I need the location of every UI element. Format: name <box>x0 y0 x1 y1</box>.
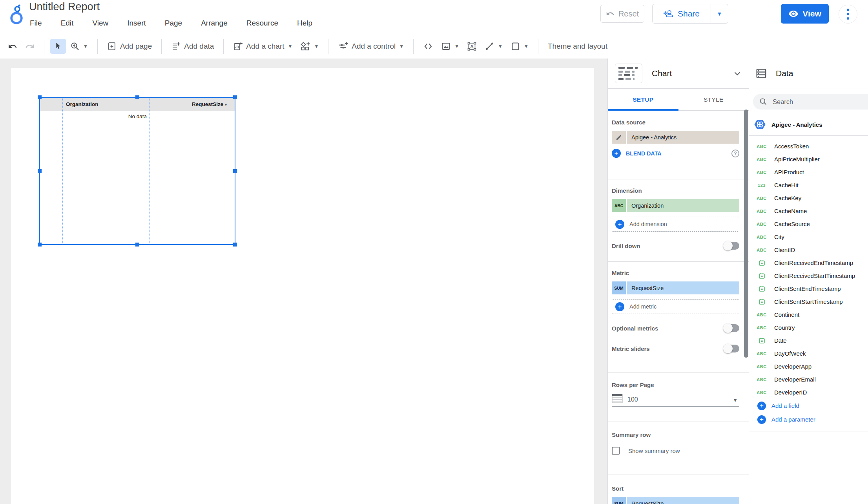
add-control-button[interactable]: Add a control ▼ <box>334 38 408 54</box>
field-row[interactable]: ABC DeveloperID <box>749 386 868 399</box>
field-row[interactable]: ABC City <box>749 230 868 243</box>
field-row[interactable]: ABC CacheName <box>749 205 868 217</box>
tab-setup[interactable]: SETUP <box>608 89 678 110</box>
reset-button[interactable]: Reset <box>600 5 644 23</box>
field-type-badge: date <box>755 285 769 292</box>
field-row[interactable]: date ClientSentEndTimestamp <box>749 282 868 295</box>
table-header-row: Organization RequestSize ▾ <box>40 98 235 111</box>
add-page-button[interactable]: Add page <box>103 39 156 54</box>
field-type-badge: 123 <box>755 183 769 188</box>
drill-down-toggle[interactable] <box>724 242 739 250</box>
add-chart-button[interactable]: Add a chart ▼ <box>229 39 296 54</box>
field-name: Continent <box>774 311 799 318</box>
chart-panel-header[interactable]: Chart <box>608 58 749 89</box>
field-row[interactable]: ABC DeveloperApp <box>749 360 868 373</box>
resize-handle-nw[interactable] <box>38 95 42 99</box>
resize-handle-e[interactable] <box>233 169 237 173</box>
sort-chip[interactable]: SUM RequestSize <box>612 497 739 504</box>
resize-handle-w[interactable] <box>38 169 42 173</box>
optional-metrics-toggle[interactable] <box>724 324 739 332</box>
add-field-button[interactable]: + Add a field <box>749 399 868 413</box>
report-title[interactable]: Untitled Report <box>29 1 100 13</box>
column-guide-line <box>62 98 63 244</box>
add-metric-button[interactable]: + Add metric <box>612 299 739 314</box>
edit-data-source-button[interactable] <box>612 131 626 144</box>
field-type-badge: ABC <box>755 325 769 330</box>
insert-shape-button[interactable]: ▼ <box>507 39 532 54</box>
zoom-tool-button[interactable]: ▼ <box>66 39 92 54</box>
pencil-icon <box>616 134 622 141</box>
resize-handle-sw[interactable] <box>38 243 42 247</box>
panel-scrollbar[interactable] <box>744 110 748 358</box>
field-row[interactable]: 123 CacheHit <box>749 179 868 192</box>
table-chart-type-icon <box>615 64 642 83</box>
field-row[interactable]: ABC Continent <box>749 308 868 321</box>
insert-line-button[interactable]: ▼ <box>481 39 507 54</box>
field-row[interactable]: date ClientReceivedStartTimestamp <box>749 269 868 282</box>
embed-icon <box>423 42 433 51</box>
theme-and-layout-button[interactable]: Theme and layout <box>544 39 611 53</box>
field-row[interactable]: ABC DeveloperEmail <box>749 373 868 386</box>
undo-button[interactable] <box>4 39 21 54</box>
field-row[interactable]: ABC Country <box>749 321 868 334</box>
field-row[interactable]: ABC CacheKey <box>749 192 868 205</box>
field-row[interactable]: date Date <box>749 334 868 347</box>
field-type-badge: ABC <box>755 170 769 175</box>
add-dimension-button[interactable]: + Add dimension <box>612 217 739 232</box>
insert-image-button[interactable]: ▼ <box>437 39 463 54</box>
report-page[interactable]: Organization RequestSize ▾ No data <box>11 68 594 504</box>
menu-item[interactable]: Arrange <box>199 17 230 29</box>
line-icon <box>485 42 494 51</box>
tab-style[interactable]: STYLE <box>678 89 749 110</box>
help-icon[interactable]: ? <box>731 150 739 157</box>
more-options-button[interactable] <box>839 5 857 24</box>
field-row[interactable]: ABC ApiPriceMultiplier <box>749 153 868 166</box>
insert-text-button[interactable]: A <box>463 39 481 54</box>
table-dimension-header[interactable]: Organization <box>62 101 149 107</box>
redo-button[interactable] <box>21 39 38 54</box>
resize-handle-n[interactable] <box>135 95 139 99</box>
show-summary-row-checkbox[interactable] <box>612 447 620 455</box>
menu-item[interactable]: Help <box>295 17 315 29</box>
resize-handle-ne[interactable] <box>233 95 237 99</box>
field-row[interactable]: date ClientSentStartTimestamp <box>749 295 868 308</box>
search-input[interactable]: Search <box>753 94 868 110</box>
data-source-row[interactable]: Apigee - Analytics <box>749 115 868 135</box>
share-options-caret[interactable]: ▼ <box>711 4 728 24</box>
field-row[interactable]: ABC APIProduct <box>749 166 868 179</box>
view-button[interactable]: View <box>781 4 829 24</box>
field-row[interactable]: date ClientReceivedEndTimestamp <box>749 256 868 269</box>
rows-per-page-select[interactable]: 100 ▼ <box>612 394 739 407</box>
menu-item[interactable]: View <box>90 17 111 29</box>
add-parameter-button[interactable]: + Add a parameter <box>749 413 868 426</box>
canvas-workspace[interactable]: Organization RequestSize ▾ No data <box>0 58 607 504</box>
select-tool-button[interactable] <box>50 39 66 54</box>
field-type-badge: ABC <box>755 364 769 369</box>
menu-item[interactable]: Edit <box>58 17 76 29</box>
field-row[interactable]: ABC ClientID <box>749 243 868 256</box>
add-data-button[interactable]: Add data <box>167 39 218 54</box>
menu-item[interactable]: File <box>27 17 44 29</box>
table-chart[interactable]: Organization RequestSize ▾ No data <box>39 97 235 245</box>
resize-handle-s[interactable] <box>135 243 139 247</box>
field-row[interactable]: ABC DayOfWeek <box>749 347 868 360</box>
zoom-icon <box>70 42 80 51</box>
community-visualizations-button[interactable]: ▼ <box>296 38 323 54</box>
metric-sliders-toggle[interactable] <box>724 345 739 352</box>
chevron-down-icon[interactable] <box>733 69 742 78</box>
data-source-chip[interactable]: Apigee - Analytics <box>612 131 739 144</box>
menu-item[interactable]: Resource <box>244 17 281 29</box>
resize-handle-se[interactable] <box>233 243 237 247</box>
share-button[interactable]: Share <box>652 4 711 24</box>
field-row[interactable]: ABC AccessToken <box>749 140 868 153</box>
add-control-icon <box>338 41 348 51</box>
menu-item[interactable]: Page <box>162 17 184 29</box>
table-metric-header[interactable]: RequestSize ▾ <box>149 101 235 107</box>
blend-data-link[interactable]: BLEND DATA <box>626 150 726 157</box>
embed-url-button[interactable] <box>419 39 437 54</box>
field-name: ClientReceivedEndTimestamp <box>774 259 853 266</box>
metric-chip[interactable]: SUM RequestSize <box>612 281 739 294</box>
field-row[interactable]: ABC CacheSource <box>749 217 868 230</box>
menu-item[interactable]: Insert <box>125 17 148 29</box>
dimension-chip[interactable]: ABC Organization <box>612 199 739 212</box>
